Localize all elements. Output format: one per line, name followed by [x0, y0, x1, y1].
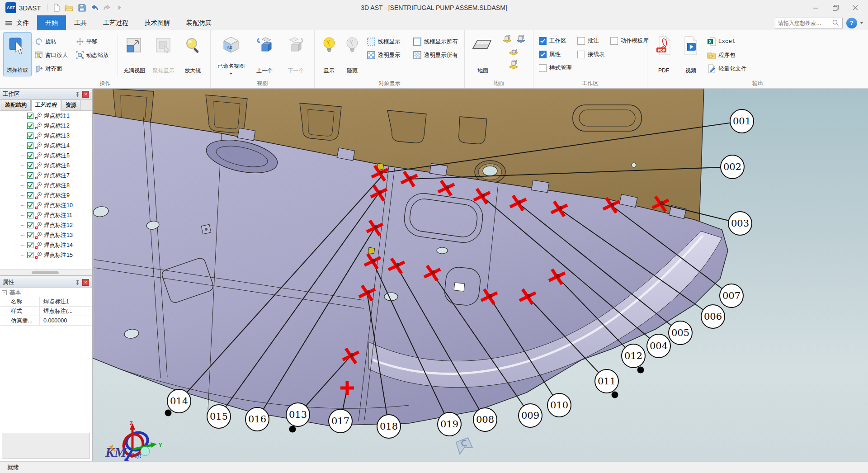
focus-display-button[interactable]: 聚焦显示 [149, 32, 178, 76]
balloon-013[interactable]: 013 [286, 403, 310, 426]
undo-button[interactable] [88, 2, 101, 14]
balloon-014[interactable]: 014 [167, 389, 191, 413]
align-face-button[interactable]: 对齐面 [32, 62, 73, 76]
workspace-panel-close-button[interactable]: × [82, 91, 89, 98]
new-file-button[interactable] [50, 2, 63, 14]
balloon-019[interactable]: 019 [438, 412, 461, 436]
balloon-011[interactable]: 011 [595, 369, 618, 393]
tab-home[interactable]: 开始 [37, 15, 66, 30]
save-button[interactable] [75, 2, 88, 14]
tree-item-7[interactable]: 焊点标注7 [0, 170, 92, 180]
annotation-checkbox[interactable]: 批注 [575, 34, 608, 47]
tree-item-1[interactable]: 焊点标注1 [0, 111, 92, 121]
window-zoom-button[interactable]: 窗口放大 [32, 48, 73, 62]
search-box[interactable] [775, 18, 843, 28]
balloon-012[interactable]: 012 [622, 344, 645, 368]
balloon-009[interactable]: 009 [519, 404, 542, 427]
tree-item-14[interactable]: 焊点标注14 [0, 240, 92, 250]
tree-item-checkbox[interactable] [27, 132, 33, 139]
tree-item-5[interactable]: 焊点标注5 [0, 151, 92, 161]
ground-raised-button[interactable] [507, 58, 520, 71]
named-view-caret-icon[interactable] [229, 73, 233, 75]
balloon-006[interactable]: 006 [701, 305, 725, 328]
properties-checkbox[interactable]: 属性 [536, 47, 575, 61]
close-button[interactable] [845, 1, 865, 14]
tree-item-checkbox[interactable] [27, 232, 33, 238]
tree-item-11[interactable]: 焊点标注11 [0, 210, 92, 220]
balloon-007[interactable]: 007 [720, 284, 743, 307]
property-value[interactable]: 焊点标注(... [40, 307, 73, 315]
collapse-icon[interactable]: − [2, 290, 7, 295]
pin-button[interactable] [74, 91, 81, 98]
action-template-checkbox[interactable]: 动作模板库 [608, 34, 652, 47]
help-button[interactable]: ? [846, 18, 857, 28]
transparent-display-button[interactable]: 透明显示 [364, 48, 406, 62]
balloon-015[interactable]: 015 [207, 405, 231, 428]
tree-item-checkbox[interactable] [27, 182, 33, 189]
tree-item-4[interactable]: 焊点标注4 [0, 141, 92, 151]
properties-panel-close-button[interactable]: × [82, 279, 89, 286]
help-caret-icon[interactable] [860, 22, 863, 24]
tab-process-tree[interactable]: 工艺过程 [31, 99, 61, 111]
tree-item-13[interactable]: 焊点标注13 [0, 230, 92, 240]
named-view-button[interactable]: AB 已命名视图 [214, 32, 249, 76]
tree-item-8[interactable]: 焊点标注8 [0, 180, 92, 190]
ground-style-blue-button[interactable] [514, 33, 527, 46]
workspace-checkbox[interactable]: 工作区 [536, 34, 575, 47]
balloon-008[interactable]: 008 [473, 408, 497, 431]
balloon-003[interactable]: 003 [728, 212, 752, 235]
pan-button[interactable]: 平移 [73, 35, 116, 48]
tree-item-checkbox[interactable] [27, 152, 33, 159]
balloon-010[interactable]: 010 [547, 393, 571, 417]
menu-icon[interactable] [5, 21, 12, 25]
property-value[interactable]: 0.000000 [40, 317, 67, 324]
export-pdf-button[interactable]: PDF PDF [651, 32, 677, 76]
ground-sunken-button[interactable] [507, 46, 520, 58]
tree-item-checkbox[interactable] [27, 113, 33, 119]
tab-assembly-structure[interactable]: 装配结构 [1, 99, 31, 110]
tree-item-3[interactable]: 焊点标注3 [0, 131, 92, 141]
tree-item-checkbox[interactable] [27, 212, 33, 218]
dynamic-zoom-button[interactable]: 动态缩放 [73, 48, 116, 62]
export-lightweight-button[interactable]: 轻量化文件 [704, 62, 759, 76]
transparent-all-button[interactable]: 透明显示所有 [410, 48, 462, 62]
balloon-017[interactable]: 017 [329, 409, 352, 433]
property-row[interactable]: 名称 焊点标注1 [0, 297, 92, 307]
show-button[interactable]: 显示 [318, 32, 340, 76]
ground-style-yellow-button[interactable] [500, 33, 514, 46]
property-row[interactable]: 仿真播... 0.000000 [0, 316, 92, 326]
fit-view-button[interactable]: 充满视图 [120, 32, 149, 76]
restore-button[interactable] [826, 1, 845, 14]
wireframe-display-button[interactable]: 线框显示 [364, 35, 406, 48]
tree-horizontal-scrollbar[interactable] [0, 269, 92, 275]
style-manage-checkbox[interactable]: 样式管理 [536, 61, 575, 75]
tree-item-checkbox[interactable] [27, 252, 33, 258]
tree-item-10[interactable]: 焊点标注10 [0, 200, 92, 210]
tree-item-checkbox[interactable] [27, 172, 33, 179]
pin-button[interactable] [74, 279, 81, 286]
export-video-button[interactable]: 视频 [678, 32, 704, 76]
tree-item-checkbox[interactable] [27, 142, 33, 149]
tree-item-checkbox[interactable] [27, 162, 33, 169]
balloon-005[interactable]: 005 [669, 321, 692, 345]
balloon-018[interactable]: 018 [377, 415, 401, 438]
tree-item-checkbox[interactable] [27, 192, 33, 199]
balloon-004[interactable]: 004 [647, 334, 670, 358]
tab-tools[interactable]: 工具 [66, 15, 95, 30]
hide-button[interactable]: 隐藏 [341, 32, 363, 76]
redo-button[interactable] [101, 2, 113, 14]
tree-item-9[interactable]: 焊点标注9 [0, 190, 92, 200]
file-menu[interactable]: 文件 [15, 15, 37, 30]
wireframe-all-button[interactable]: 线框显示所有 [410, 35, 462, 48]
property-group-row[interactable]: − 基本 [0, 288, 92, 297]
tree-item-6[interactable]: 焊点标注6 [0, 161, 92, 170]
viewport-3d[interactable]: 0010020030040050060070080090100110120130… [93, 89, 868, 461]
magnifier-button[interactable]: 放大镜 [179, 32, 207, 76]
ground-button[interactable]: 地面 [468, 32, 498, 76]
tab-resources[interactable]: 资源 [61, 99, 80, 110]
export-excel-button[interactable]: X Excel [704, 35, 759, 48]
search-input[interactable] [778, 20, 832, 26]
select-pick-button[interactable]: 选择拾取 [3, 32, 32, 76]
tree-item-checkbox[interactable] [27, 222, 33, 228]
balloon-001[interactable]: 001 [730, 109, 754, 133]
